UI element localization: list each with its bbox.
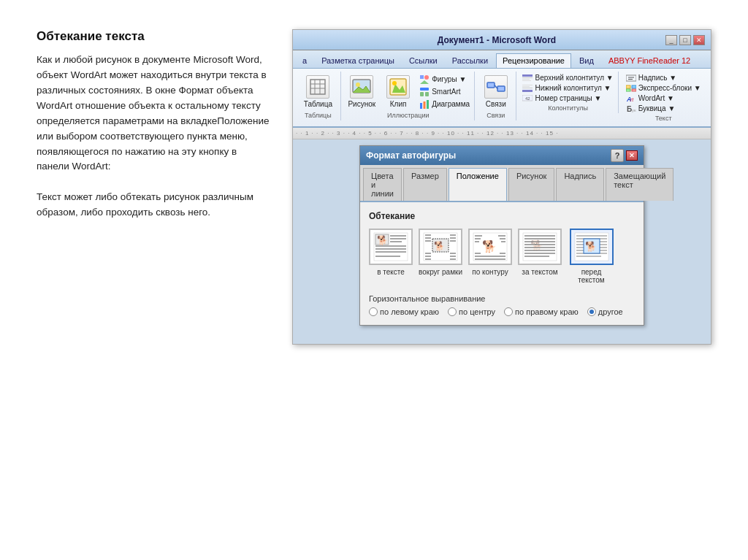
wrap-pered-tekstom-label: перед текстом: [568, 268, 615, 284]
tab-rassylki[interactable]: Рассылки: [446, 53, 495, 68]
dialog-area: Формат автофигуры ? ✕ Цвета и линии Разм…: [293, 139, 711, 344]
minimize-button[interactable]: _: [665, 35, 677, 45]
nizhniy-kolontitul-button[interactable]: Нижний колонтитул ▼: [519, 83, 616, 93]
wrap-po-konturu-label: по контуру: [472, 268, 508, 276]
svg-text:42: 42: [525, 96, 530, 101]
wordart-button[interactable]: Art WordArt ▼: [623, 93, 704, 103]
nomer-stranicy-button[interactable]: 42 Номер страницы ▼: [519, 93, 616, 103]
tablica-button[interactable]: Таблица: [299, 73, 337, 110]
radio-po-centru-label: по центру: [459, 307, 495, 316]
risunok-label: Рисунок: [348, 100, 375, 108]
svg-rect-31: [626, 75, 636, 81]
group-headers: Верхний колонтитул ▼ Нижний колонтитул ▼…: [519, 72, 619, 113]
svg-marker-11: [420, 80, 429, 84]
svg-rect-12: [420, 88, 429, 91]
wrap-po-konturu-icon: 🐕: [468, 229, 512, 265]
svg-text:🐕: 🐕: [377, 234, 388, 245]
tab-razmer[interactable]: Размер: [403, 168, 447, 201]
group-illustrations-label: Иллюстрации: [387, 112, 430, 119]
tab-abbyy[interactable]: ABBYY FineReader 12: [602, 53, 697, 68]
wrap-pered-tekstom-icon: 🐕: [570, 229, 614, 265]
word-window: Документ1 - Microsoft Word _ □ ✕ а Разме…: [292, 29, 711, 345]
tab-a[interactable]: а: [296, 53, 313, 68]
tab-nadpis[interactable]: Надпись: [556, 168, 604, 201]
svg-point-6: [356, 83, 360, 87]
tab-recenzirovanie[interactable]: Рецензирование: [496, 53, 571, 68]
nadpis-button[interactable]: Надпись ▼: [623, 73, 704, 83]
radio-po-centru[interactable]: по центру: [448, 307, 495, 316]
tab-razmetka[interactable]: Разметка страницы: [315, 53, 401, 68]
svg-rect-14: [425, 92, 429, 96]
radio-po-levomu-label: по левому краю: [380, 307, 439, 316]
svg-rect-35: [632, 85, 636, 88]
radio-po-levomu[interactable]: по левому краю: [369, 307, 439, 316]
svg-rect-24: [522, 80, 531, 81]
risunok-button[interactable]: Рисунок: [343, 73, 380, 110]
tab-polozhenie[interactable]: Положение: [449, 168, 507, 201]
figury-button[interactable]: Фигуры ▼: [416, 74, 473, 85]
svg-rect-21: [522, 74, 533, 77]
klip-icon: [386, 75, 410, 99]
radio-po-levomu-circle: [369, 307, 378, 316]
svg-rect-0: [310, 80, 325, 94]
wrap-v-tekste-label: в тексте: [377, 268, 405, 276]
radio-drugoe[interactable]: другое: [587, 307, 623, 316]
group-tablica-label: Таблицы: [305, 112, 332, 119]
svg-point-10: [424, 75, 429, 80]
bukvica-button[interactable]: Буквица Буквица ▼: [623, 104, 704, 113]
svg-rect-15: [420, 103, 422, 109]
svg-text:уквица: уквица: [632, 108, 636, 112]
wrap-v-tekste[interactable]: 🐕 в тексте: [369, 229, 413, 284]
wrap-za-tekstom[interactable]: 🐕: [518, 229, 562, 284]
svg-text:rt: rt: [630, 97, 634, 102]
wrap-po-konturu[interactable]: 🐕: [468, 229, 512, 284]
wrap-vokrug-ramki[interactable]: 🐕: [419, 229, 462, 284]
klip-label: Клип: [390, 100, 407, 108]
wrap-pered-tekstom[interactable]: 🐕 перед текстом: [568, 229, 615, 284]
radio-drugoe-circle: [587, 307, 596, 316]
svg-rect-36: [626, 89, 630, 91]
tab-risunok[interactable]: Рисунок: [508, 168, 555, 201]
group-text: Надпись ▼ Экспресс-блоки ▼ Art WordArt ▼…: [622, 72, 706, 123]
tab-ssylki[interactable]: Ссылки: [402, 53, 444, 68]
dialog-box: Формат автофигуры ? ✕ Цвета и линии Разм…: [359, 145, 644, 326]
help-button[interactable]: ?: [611, 149, 624, 162]
radio-po-pravomu-circle: [504, 307, 513, 316]
svyazi-button[interactable]: Связи: [480, 73, 512, 110]
tab-vid[interactable]: Вид: [573, 53, 600, 68]
svg-rect-23: [522, 79, 530, 80]
svg-rect-27: [522, 88, 533, 88]
page-title: Обтекание текста: [37, 29, 270, 44]
verhniy-kolontitul-button[interactable]: Верхний колонтитул ▼: [519, 73, 616, 83]
risunok-icon: [350, 75, 373, 99]
close-button[interactable]: ✕: [693, 35, 705, 45]
svg-rect-18: [487, 83, 495, 88]
group-headers-label: Колонтитулы: [548, 104, 588, 112]
horizontal-alignment: Горизонтальное выравнивание по левому кр…: [369, 294, 635, 316]
svg-rect-25: [522, 85, 533, 85]
ruler: · · 1 · · 2 · · 3 · · 4 · · 5 · · 6 · · …: [293, 128, 711, 139]
klip-button[interactable]: Клип: [382, 73, 414, 110]
dialog-close-button[interactable]: ✕: [626, 150, 638, 161]
svg-rect-17: [427, 100, 429, 109]
window-title: Документ1 - Microsoft Word: [328, 35, 665, 45]
group-links-label: Связи: [486, 112, 505, 119]
ekspress-bloki-button[interactable]: Экспресс-блоки ▼: [623, 83, 704, 93]
svg-rect-26: [522, 86, 530, 87]
diagramma-button[interactable]: Диаграмма: [416, 99, 473, 110]
svg-rect-19: [497, 86, 505, 91]
maximize-button[interactable]: □: [679, 35, 691, 45]
svg-text:🐕: 🐕: [585, 240, 598, 253]
group-tablica: Таблица Таблицы: [297, 72, 341, 120]
svg-rect-28: [522, 90, 533, 92]
tab-zameshayushchiy[interactable]: Замещающий текст: [606, 168, 673, 201]
svg-rect-37: [632, 89, 636, 91]
wrap-vokrug-ramki-label: вокруг рамки: [419, 268, 462, 276]
radio-po-pravomu[interactable]: по правому краю: [504, 307, 579, 316]
tab-cveta-linii[interactable]: Цвета и линии: [363, 168, 402, 201]
ruler-marks: · · 1 · · 2 · · 3 · · 4 · · 5 · · 6 · · …: [296, 130, 558, 137]
text-section: Обтекание текста Как и любой рисунок в д…: [37, 29, 270, 220]
radio-po-centru-circle: [448, 307, 457, 316]
radio-drugoe-label: другое: [598, 307, 623, 316]
smartart-button[interactable]: SmartArt: [416, 86, 473, 98]
